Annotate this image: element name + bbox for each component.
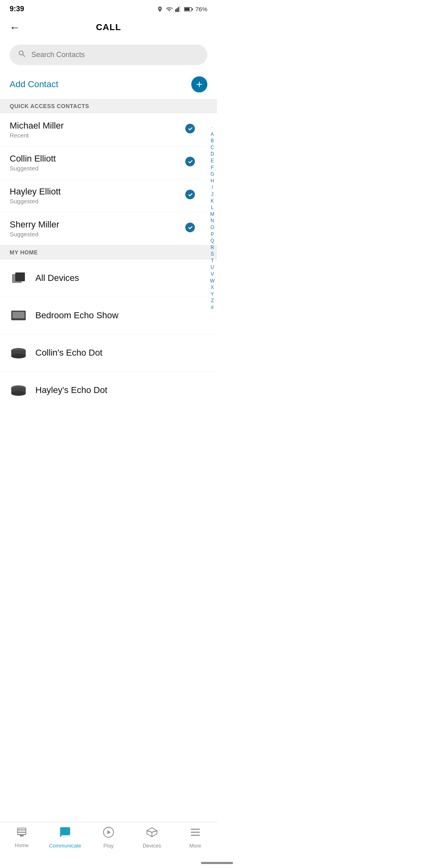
check-icon [185, 156, 195, 169]
alpha-index-letter[interactable]: J [211, 191, 213, 198]
device-name: All Devices [35, 273, 79, 283]
echo-show-icon [10, 307, 27, 324]
alphabet-index[interactable]: ·ABCDEFGHIJKLMNOPQRSTUVWXYZ# [210, 125, 215, 311]
status-bar: 9:39 76% [0, 0, 217, 16]
svg-rect-14 [12, 312, 25, 318]
alpha-index-letter[interactable]: R [211, 245, 214, 251]
svg-rect-12 [15, 272, 25, 281]
alpha-index-letter[interactable]: B [211, 138, 214, 144]
device-list: All Devices Bedroom Echo Show Collin's E… [0, 260, 217, 399]
svg-rect-0 [175, 9, 176, 12]
alpha-index-letter[interactable]: U [211, 264, 214, 271]
header: ← CALL [0, 16, 217, 38]
search-bar[interactable] [10, 45, 207, 65]
alpha-index-letter[interactable]: X [211, 285, 214, 291]
contact-status: Suggested [10, 165, 180, 172]
echo-dot-icon [10, 381, 27, 399]
svg-point-10 [185, 223, 195, 232]
back-button[interactable]: ← [10, 21, 20, 34]
battery-percent: 76% [195, 6, 207, 12]
alpha-index-letter[interactable]: C [211, 145, 214, 151]
search-icon [18, 49, 27, 60]
svg-point-20 [11, 391, 26, 396]
alpha-index-letter[interactable]: A [211, 131, 214, 138]
alpha-index-letter[interactable]: S [211, 251, 214, 258]
svg-point-17 [11, 354, 26, 358]
device-name: Collin's Echo Dot [35, 348, 102, 358]
alpha-index-letter[interactable]: N [211, 218, 214, 224]
check-icon [185, 189, 195, 202]
alpha-index-letter[interactable]: L [211, 205, 214, 211]
quick-access-section-header: QUICK ACCESS CONTACTS [0, 99, 217, 113]
contact-status: Suggested [10, 231, 180, 237]
contact-item-collin-elliott[interactable]: Collin Elliott Suggested [0, 146, 205, 179]
alpha-index-letter[interactable]: Z [211, 298, 214, 304]
device-item-bedroom-echo-show[interactable]: Bedroom Echo Show [0, 297, 217, 334]
device-name: Hayley's Echo Dot [35, 385, 107, 395]
add-contact-label[interactable]: Add Contact [10, 79, 58, 90]
svg-point-8 [185, 157, 195, 166]
alpha-index-letter[interactable]: V [211, 271, 214, 278]
alpha-index-letter[interactable]: # [211, 305, 214, 311]
search-container [0, 38, 217, 68]
svg-point-7 [185, 124, 195, 133]
check-icon [185, 123, 195, 136]
signal-icon [175, 6, 182, 12]
contact-status: Suggested [10, 198, 180, 205]
svg-rect-6 [192, 8, 193, 10]
device-item-hayley-echo-dot[interactable]: Hayley's Echo Dot [0, 372, 217, 399]
svg-rect-1 [176, 8, 178, 12]
svg-point-9 [185, 190, 195, 199]
add-contact-button[interactable] [191, 76, 207, 92]
svg-rect-3 [179, 6, 180, 12]
location-icon [157, 6, 163, 12]
alpha-index-letter[interactable]: M [210, 211, 214, 218]
my-home-section-header: MY HOME [0, 245, 217, 260]
alpha-index-letter[interactable]: I [212, 184, 213, 191]
alpha-index-letter[interactable]: · [212, 125, 213, 131]
device-item-all-devices[interactable]: All Devices [0, 260, 217, 297]
contact-name: Sherry Miller [10, 219, 180, 230]
alpha-index-letter[interactable]: T [211, 258, 214, 264]
alpha-index-letter[interactable]: W [210, 278, 215, 285]
page-title: CALL [96, 22, 121, 33]
alpha-index-letter[interactable]: E [211, 158, 214, 164]
contact-item-hayley-elliott[interactable]: Hayley Elliott Suggested [0, 179, 205, 212]
all-devices-icon [10, 269, 27, 287]
alpha-index-letter[interactable]: F [211, 165, 214, 171]
alpha-index-letter[interactable]: K [211, 198, 214, 205]
contact-name: Collin Elliott [10, 154, 180, 164]
alpha-index-letter[interactable]: H [211, 178, 214, 184]
svg-rect-5 [184, 8, 190, 10]
quick-access-contact-list: Michael Miller Recent Collin Elliott Sug… [0, 113, 217, 245]
contact-name: Michael Miller [10, 121, 180, 131]
contact-name: Hayley Elliott [10, 186, 180, 197]
echo-dot-icon [10, 344, 27, 362]
contact-status: Recent [10, 132, 180, 139]
check-icon [185, 222, 195, 235]
wifi-icon [166, 6, 173, 12]
contact-item-michael-miller[interactable]: Michael Miller Recent [0, 113, 205, 146]
alpha-index-letter[interactable]: Y [211, 291, 214, 298]
search-input[interactable] [31, 51, 199, 59]
device-name: Bedroom Echo Show [35, 310, 119, 321]
add-contact-row: Add Contact [0, 68, 217, 99]
status-icons: 76% [157, 6, 207, 12]
alpha-index-letter[interactable]: O [211, 225, 214, 231]
status-time: 9:39 [10, 5, 24, 13]
battery-icon [184, 6, 193, 12]
alpha-index-letter[interactable]: D [211, 151, 214, 158]
alpha-index-letter[interactable]: G [211, 171, 214, 178]
contact-item-sherry-miller[interactable]: Sherry Miller Suggested [0, 212, 205, 245]
device-item-collin-echo-dot[interactable]: Collin's Echo Dot [0, 334, 217, 372]
svg-rect-2 [178, 7, 179, 12]
alpha-index-letter[interactable]: P [211, 231, 214, 238]
alpha-index-letter[interactable]: Q [211, 238, 214, 244]
